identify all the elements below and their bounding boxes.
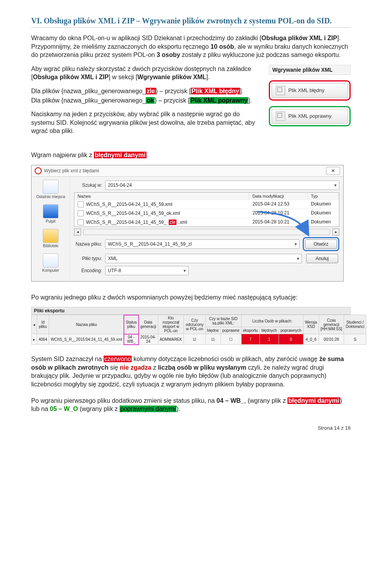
place-desktop[interactable]: Pulpit <box>33 204 68 223</box>
xml-icon <box>78 210 84 216</box>
col-group-inbase: Czy w bazie SID są pliki XML: <box>205 315 241 327</box>
button-label: Plik XML błędny <box>288 87 325 93</box>
paragraph-red-explain: System SID zaznaczył na czerwono kolumny… <box>31 355 351 388</box>
col-sub-ok: poprawne <box>221 327 241 334</box>
heading-rule <box>31 27 351 28</box>
highlight-open: Otwórz <box>303 237 339 251</box>
paragraph-click: Naciskamy na jeden z przycisków, aby wyb… <box>31 110 263 135</box>
panel-title: Wgrywanie plików XML <box>269 65 351 75</box>
col-name[interactable]: Nazwa <box>74 193 249 200</box>
col-sub-bok: poprawnych <box>279 327 303 334</box>
highlight-poprawne: poprawnymi danymi <box>120 406 176 412</box>
export-table: ◂ Id pliku Nazwa pliku Status pliku Data… <box>31 315 366 345</box>
filetype-combo[interactable]: XML <box>105 254 302 263</box>
col-xsd: Wersja XSD <box>303 315 319 334</box>
paragraph-howto: Aby wgrać pliku należy skorzystać z dwóc… <box>31 65 263 81</box>
file-open-dialog: Wybierz plik xml z błędami ✕ Ostatnie mi… <box>31 165 344 282</box>
encoding-combo[interactable]: UTF-8 <box>105 266 189 275</box>
paragraph-wgram: Wgram najpierw plik z błędnymi danymi. <box>31 151 351 159</box>
highlight-czerwono: czerwono <box>104 356 132 362</box>
paragraph-after-upload: Po wgraniu jednego pliku z dwóch wspomni… <box>31 293 351 302</box>
highlight-bledne: błędnymi danymi <box>94 152 146 158</box>
col-date[interactable]: Data modyfikacji <box>249 193 308 200</box>
paragraph-status-change: Po wgraniu pierwszego pliku dodatkowo zm… <box>31 397 351 413</box>
highlight-ok: ok <box>146 97 155 104</box>
filename-input[interactable]: WChS_S_R__2015-04-24_11_45_59_zl <box>105 239 300 249</box>
nav-next-button[interactable]: ▸ <box>32 334 37 345</box>
file-row[interactable]: WChS_S_R__2015-04-24_11_45_59.xml 2015-0… <box>74 200 339 209</box>
libraries-icon <box>43 229 58 243</box>
xml-file-icon <box>276 112 285 121</box>
export-panel-title: Pliki eksportu <box>31 307 351 315</box>
highlight-btn-err: Plik XML błędny <box>191 88 240 94</box>
filename-label: Nazwa pliku: <box>74 241 102 247</box>
places-sidebar: Ostatnie miejsca Pulpit Biblioteki Kompu… <box>32 177 70 281</box>
desktop-icon <box>43 204 58 218</box>
col-stud: Studenci / Doktoranci <box>344 315 366 334</box>
col-sub-berr: błędnych <box>259 327 279 334</box>
dialog-title: Wybierz plik xml z błędami <box>44 168 99 174</box>
col-name: Nazwa pliku <box>49 315 124 334</box>
col-id: Id pliku <box>37 315 49 334</box>
col-time: Czas generacji [HH:MM:SS] <box>319 315 344 334</box>
highlight-bledne2: błędnymi danymi <box>288 397 340 404</box>
col-rejected: Czy odrzucony w POL-on <box>184 315 205 334</box>
dialog-close-button[interactable]: ✕ <box>326 167 340 175</box>
close-icon: ✕ <box>331 168 335 174</box>
search-in-combo[interactable]: 2015-04-24 <box>105 181 339 190</box>
filetype-label: Pliki typu: <box>74 256 102 261</box>
xml-file-icon <box>276 86 285 95</box>
place-computer[interactable]: Komputer <box>33 253 68 273</box>
col-date: Data generacji <box>139 315 158 334</box>
encoding-label: Encoding: <box>74 268 102 273</box>
scroll-left-icon[interactable]: ◂ <box>74 228 81 236</box>
table-row[interactable]: ▸ 4064 WChS_S_R__2015:04:24_11_45_59.xml… <box>32 334 366 345</box>
button-label: Plik XML poprawny <box>288 113 332 119</box>
xml-error-button[interactable]: Plik XML błędny <box>272 83 348 98</box>
open-button[interactable]: Otwórz <box>305 239 337 249</box>
xml-icon <box>78 201 84 207</box>
place-recent[interactable]: Ostatnie miejsca <box>33 180 68 199</box>
highlight-btn-ok: Plik XML poprawny <box>190 97 248 104</box>
col-status: Status pliku <box>124 315 138 334</box>
highlight-zle: zle <box>146 88 155 94</box>
col-group-count: Liczba Osób w plikach: <box>241 315 303 327</box>
highlight-frame-red: Plik XML błędny <box>269 80 351 101</box>
col-sub-err: błędne <box>205 327 221 334</box>
highlight-frame-green: Plik XML poprawny <box>269 106 351 126</box>
section-heading: VI. Obsługa plików XML i ZIP – Wgrywanie… <box>31 16 351 26</box>
annotation-arrow <box>250 210 312 237</box>
xml-icon <box>78 219 84 225</box>
search-in-label: Szukaj w: <box>74 182 102 188</box>
scroll-right-icon[interactable]: ▸ <box>332 228 339 236</box>
col-type[interactable]: Typ <box>308 193 339 200</box>
paragraph-intro: Wracamy do okna POL-on-u w aplikacji SID… <box>31 34 351 59</box>
app-icon <box>35 167 42 174</box>
page-footer: Strona 14 z 18 <box>31 425 351 431</box>
computer-icon <box>43 253 58 267</box>
xml-ok-button[interactable]: Plik XML poprawny <box>272 109 348 124</box>
col-sub-eks: eksportu <box>241 327 259 334</box>
cancel-button[interactable]: Anuluj <box>306 254 338 263</box>
nav-prev-button[interactable]: ◂ <box>32 315 37 334</box>
place-libraries[interactable]: Biblioteki <box>33 229 68 248</box>
col-who: Kto rozpoczął eksport w POL-on <box>158 315 184 334</box>
recent-icon <box>43 180 58 194</box>
paragraph-zle: Dla plików {nazwa_pliku_generowanego_zle… <box>31 87 263 96</box>
paragraph-ok: Dla plików {nazwa_pliku_generowanego_ok}… <box>31 96 263 105</box>
